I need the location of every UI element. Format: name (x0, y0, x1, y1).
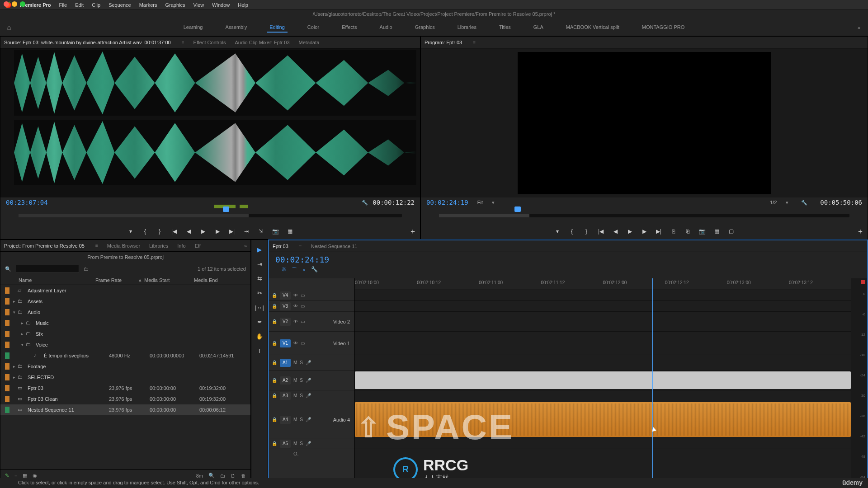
track-target[interactable]: V4 (280, 291, 291, 300)
home-icon[interactable]: ⌂ (0, 23, 18, 31)
solo-icon[interactable]: S (300, 360, 303, 365)
project-item[interactable]: ▸🗀SELECTED (0, 372, 250, 383)
marker-icon[interactable]: ▾ (127, 227, 135, 235)
track-lane-a3[interactable] (355, 390, 851, 401)
lock-icon[interactable]: 🔒 (272, 319, 277, 324)
voice-icon[interactable]: 🎤 (306, 441, 311, 446)
project-item[interactable]: ▸🗀Music (0, 318, 250, 328)
voice-icon[interactable]: 🎤 (306, 360, 311, 365)
source-tab-audiomixer[interactable]: Audio Clip Mixer: Fptr 03 (235, 40, 290, 45)
window-traffic-lights[interactable] (4, 1, 25, 7)
timeline-tc[interactable]: 00:02:24:19 (275, 255, 861, 264)
track-lane-a4[interactable] (355, 401, 851, 438)
insert-icon[interactable]: ⇥ (242, 227, 250, 235)
lock-icon[interactable]: 🔒 (272, 293, 277, 298)
toggle-output-icon[interactable]: M (293, 393, 297, 398)
source-scrubber[interactable] (0, 207, 420, 224)
snap-icon[interactable]: ❊ (282, 266, 286, 274)
toggle-output-icon[interactable]: 👁 (293, 293, 298, 298)
toggle-output-icon[interactable]: M (293, 417, 297, 422)
source-tab-effectcontrols[interactable]: Effect Controls (193, 40, 226, 45)
step-fwd-icon[interactable]: ▶ (640, 227, 648, 235)
timeline-ruler[interactable]: 00:02:10:0000:02:10:1200:02:11:0000:02:1… (355, 278, 851, 290)
voice-icon[interactable]: 🎤 (306, 378, 311, 383)
go-out-icon[interactable]: ▶| (228, 227, 236, 235)
step-back-icon[interactable]: ◀ (611, 227, 619, 235)
menu-clip[interactable]: Clip (92, 2, 100, 8)
track-target[interactable]: V3 (280, 302, 291, 310)
workspace-learning[interactable]: Learning (181, 23, 206, 33)
zoom-fit[interactable]: Fit (477, 200, 483, 205)
mark-out-icon[interactable]: } (582, 227, 590, 235)
track-header-a1[interactable]: 🔒A1MS🎤 (269, 355, 354, 371)
go-out-icon[interactable]: ▶| (655, 227, 663, 235)
linked-sel-icon[interactable]: ⌒ (292, 266, 297, 274)
project-item[interactable]: ▾🗀Audio (0, 307, 250, 318)
settings-icon[interactable]: 🔧 (311, 266, 318, 274)
toggle-output-icon[interactable]: M (293, 378, 297, 383)
solo-icon[interactable]: S (300, 393, 303, 398)
track-lane-v3[interactable] (355, 301, 851, 312)
project-item[interactable]: ▾🗀Voice (0, 339, 250, 350)
settings-icon[interactable]: ▦ (286, 227, 294, 235)
razor-tool-icon[interactable]: ✂ (255, 288, 264, 298)
tab-menu-icon[interactable]: ≡ (95, 243, 98, 248)
track-target[interactable]: A1 (280, 359, 291, 367)
timeline-tracks[interactable]: 00:02:10:0000:02:10:1200:02:11:0000:02:1… (355, 278, 851, 481)
program-monitor[interactable] (421, 48, 868, 197)
sort-icon[interactable]: ▴ (139, 277, 142, 283)
track-header-v1[interactable]: 🔒V1👁▭Video 1 (269, 332, 354, 355)
mark-out-icon[interactable]: } (156, 227, 164, 235)
extract-icon[interactable]: ⎗ (684, 227, 692, 235)
track-header-v3[interactable]: 🔒V3👁▭ (269, 301, 354, 312)
solo-icon[interactable]: S (300, 417, 303, 422)
workspace-audio[interactable]: Audio (377, 23, 395, 33)
project-item[interactable]: ▭Fptr 03 Clean23,976 fps00:00:00:0000:19… (0, 394, 250, 404)
workspace-assembly[interactable]: Assembly (223, 23, 250, 33)
button-editor-icon[interactable]: ＋ (857, 227, 864, 236)
workspace-macbook-vertical-split[interactable]: MACBOOK Vertical split (563, 23, 622, 33)
lock-icon[interactable]: 🔒 (272, 304, 277, 309)
program-tab[interactable]: Program: Fptr 03 (425, 40, 462, 45)
playhead[interactable] (652, 278, 653, 481)
solo-icon[interactable]: S (300, 441, 303, 446)
info-tab[interactable]: Info (177, 243, 185, 249)
lock-icon[interactable]: 🔒 (272, 360, 277, 365)
workspace-graphics[interactable]: Graphics (412, 23, 438, 33)
track-header-a4[interactable]: 🔒A4MS🎤Audio 4 (269, 401, 354, 438)
track-target[interactable]: A4 (280, 416, 291, 424)
lock-icon[interactable]: 🔒 (272, 393, 277, 398)
lock-icon[interactable]: 🔒 (272, 378, 277, 383)
solo-icon[interactable]: S (300, 378, 303, 383)
toggle-output-icon[interactable]: 👁 (293, 319, 298, 324)
workspace-color[interactable]: Color (305, 23, 322, 33)
track-target[interactable]: V1 (280, 339, 291, 347)
overwrite-icon[interactable]: ⇲ (257, 227, 265, 235)
list-view-icon[interactable]: ≡ (14, 473, 17, 479)
go-in-icon[interactable]: |◀ (170, 227, 178, 235)
new-bin-icon[interactable]: 🗀 (220, 473, 225, 479)
track-header-a5[interactable]: 🔒A5MS🎤 (269, 438, 354, 449)
track-lane-a5[interactable] (355, 438, 851, 449)
export-frame-icon[interactable]: 📷 (271, 227, 279, 235)
effects-tab[interactable]: Eff (195, 243, 201, 249)
tab-menu-icon[interactable]: ≡ (182, 40, 184, 45)
new-item-icon[interactable]: 🗋 (231, 473, 236, 479)
workspace-overflow-icon[interactable]: » (850, 25, 868, 30)
toggle-output-icon[interactable]: 👁 (293, 304, 298, 309)
track-header-a2[interactable]: 🔒A2MS🎤 (269, 371, 354, 390)
menu-file[interactable]: File (59, 2, 67, 8)
menu-help[interactable]: Help (238, 2, 248, 8)
project-item[interactable]: ♪È tempo di svegliars48000 Hz00:00:00:00… (0, 350, 250, 361)
source-tab-clip[interactable]: Source: Fptr 03: white-mountain by divin… (4, 40, 171, 45)
export-frame-icon[interactable]: 📷 (698, 227, 706, 235)
chevron-down-icon[interactable]: ▾ (786, 200, 788, 206)
workspace-libraries[interactable]: Libraries (455, 23, 479, 33)
track-target[interactable]: A2 (280, 376, 291, 385)
project-item[interactable]: ▱Adjustment Layer (0, 285, 250, 296)
workspace-titles[interactable]: Titles (496, 23, 514, 33)
comparison-icon[interactable]: ▦ (712, 227, 721, 235)
wrench-icon[interactable]: 🔧 (362, 200, 368, 206)
overflow-icon[interactable]: » (244, 243, 247, 249)
safe-margins-icon[interactable]: ▢ (727, 227, 735, 235)
